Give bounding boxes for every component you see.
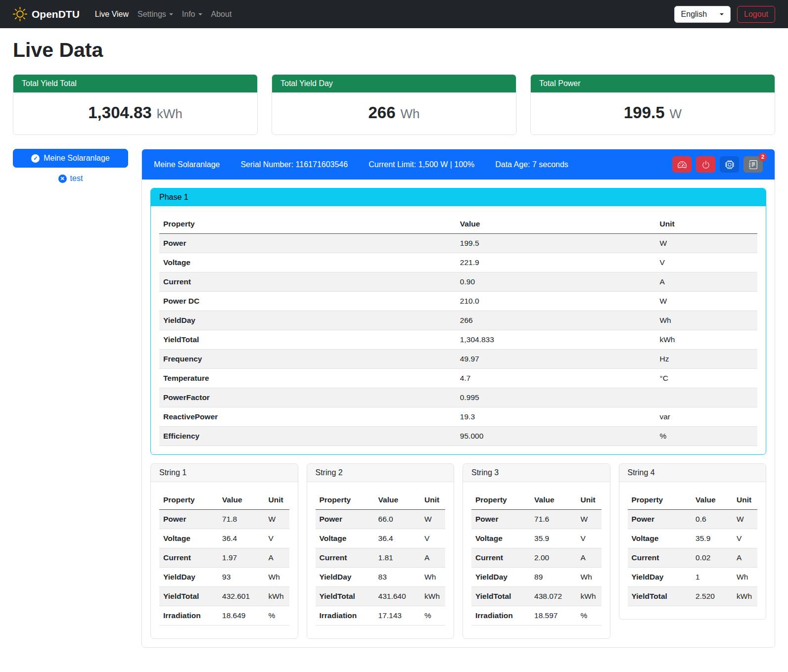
value-cell: 93: [218, 568, 264, 587]
inverter-item-test[interactable]: ✕ test: [58, 174, 83, 183]
unit-cell: %: [577, 606, 602, 626]
panel-actions: 2: [672, 156, 763, 173]
value-cell: 17.143: [374, 606, 420, 626]
unit-cell: Hz: [655, 350, 757, 369]
summary-cards: Total Yield Total 1,304.83 kWh Total Yie…: [13, 74, 775, 135]
unit-cell: var: [655, 407, 757, 427]
summary-card-value: 1,304.83: [88, 103, 151, 122]
x-circle-icon: ✕: [58, 175, 67, 183]
value-cell: 0.90: [456, 272, 656, 292]
summary-card-title: Total Power: [531, 75, 775, 92]
value-cell: 83: [374, 568, 420, 587]
value-cell: 95.000: [456, 427, 656, 446]
unit-cell: Wh: [655, 311, 757, 330]
speedometer-icon: [678, 160, 687, 169]
table-header-row: Property Value Unit: [628, 491, 758, 510]
table-header-row: Property Value Unit: [316, 491, 446, 510]
table-row: Current 1.81 A: [316, 548, 446, 568]
table-row: YieldTotal 438.072 kWh: [471, 587, 602, 606]
unit-cell: %: [420, 606, 445, 626]
unit-cell: A: [265, 548, 289, 568]
inverter-panel-header: Meine Solaranlage Serial Number: 1161716…: [142, 149, 775, 179]
property-cell: ReactivePower: [159, 407, 456, 427]
string-title: String 4: [619, 464, 766, 482]
device-info-button[interactable]: [720, 156, 739, 173]
event-log-button[interactable]: 2: [743, 156, 763, 173]
property-cell: YieldDay: [471, 568, 530, 587]
col-header-unit: Unit: [655, 215, 757, 234]
language-select[interactable]: English: [674, 6, 731, 23]
property-cell: Irradiation: [316, 606, 374, 626]
table-header-row: Property Value Unit: [159, 491, 289, 510]
brand[interactable]: OpenDTU: [13, 7, 80, 21]
unit-cell: %: [265, 606, 289, 626]
power-button[interactable]: [696, 156, 715, 173]
unit-cell: kWh: [420, 587, 445, 606]
table-row: YieldDay 89 Wh: [471, 568, 602, 587]
inverter-name: Meine Solaranlage: [154, 160, 220, 169]
value-cell: 266: [456, 311, 656, 330]
property-cell: Current: [316, 548, 374, 568]
value-cell: 19.3: [456, 407, 656, 427]
property-cell: Voltage: [471, 529, 530, 548]
journal-icon: [749, 160, 758, 169]
property-cell: Efficiency: [159, 427, 456, 446]
nav-info[interactable]: Info: [178, 6, 207, 23]
col-header-property: Property: [316, 491, 374, 510]
table-row: Current 1.97 A: [159, 548, 289, 568]
unit-cell: Wh: [577, 568, 602, 587]
col-header-value: Value: [456, 215, 656, 234]
value-cell: 35.9: [530, 529, 576, 548]
string-card: String 2 Property Value Unit: [307, 463, 455, 639]
unit-cell: A: [733, 548, 757, 568]
col-header-property: Property: [159, 215, 456, 234]
summary-card-unit: W: [670, 106, 682, 122]
data-age: Data Age: 7 seconds: [495, 160, 568, 169]
unit-cell: V: [733, 529, 757, 548]
property-cell: Frequency: [159, 350, 456, 369]
unit-cell: W: [655, 292, 757, 311]
property-cell: PowerFactor: [159, 388, 456, 407]
value-cell: 66.0: [374, 510, 420, 529]
table-row: PowerFactor 0.995: [159, 388, 757, 407]
inverter-panel: Meine Solaranlage Serial Number: 1161716…: [141, 149, 775, 648]
property-cell: Voltage: [316, 529, 374, 548]
nav-live-view[interactable]: Live View: [91, 6, 133, 23]
unit-cell: V: [420, 529, 445, 548]
summary-card: Total Yield Total 1,304.83 kWh: [13, 74, 258, 135]
page-title: Live Data: [13, 39, 775, 62]
property-cell: Power: [159, 510, 218, 529]
inverter-select-button[interactable]: ✓ Meine Solaranlage: [13, 149, 128, 168]
value-cell: 1.81: [374, 548, 420, 568]
unit-cell: V: [655, 253, 757, 272]
value-cell: 210.0: [456, 292, 656, 311]
table-row: Current 0.90 A: [159, 272, 757, 292]
col-header-value: Value: [530, 491, 576, 510]
table-row: Current 0.02 A: [628, 548, 758, 568]
property-cell: YieldTotal: [316, 587, 374, 606]
nav-settings[interactable]: Settings: [133, 6, 178, 23]
logout-button[interactable]: Logout: [737, 6, 775, 23]
limit-settings-button[interactable]: [672, 156, 692, 173]
property-cell: Power: [471, 510, 530, 529]
value-cell: 221.9: [456, 253, 656, 272]
string-title: String 2: [307, 464, 454, 482]
table-row: Frequency 49.97 Hz: [159, 350, 757, 369]
unit-cell: kWh: [733, 587, 757, 606]
nav-about[interactable]: About: [207, 6, 236, 23]
value-cell: 4.7: [456, 369, 656, 388]
unit-cell: kWh: [655, 330, 757, 350]
sun-icon: [13, 7, 27, 21]
language-value: English: [681, 10, 707, 19]
inverter-item-label: test: [70, 174, 83, 183]
summary-card-value: 199.5: [624, 103, 665, 122]
property-cell: Current: [159, 272, 456, 292]
event-count-badge: 2: [759, 153, 767, 161]
table-row: YieldTotal 1,304.833 kWh: [159, 330, 757, 350]
chevron-down-icon: [720, 13, 724, 15]
unit-cell: kWh: [265, 587, 289, 606]
col-header-unit: Unit: [420, 491, 445, 510]
power-icon: [701, 160, 710, 169]
unit-cell: V: [577, 529, 602, 548]
col-header-property: Property: [628, 491, 692, 510]
